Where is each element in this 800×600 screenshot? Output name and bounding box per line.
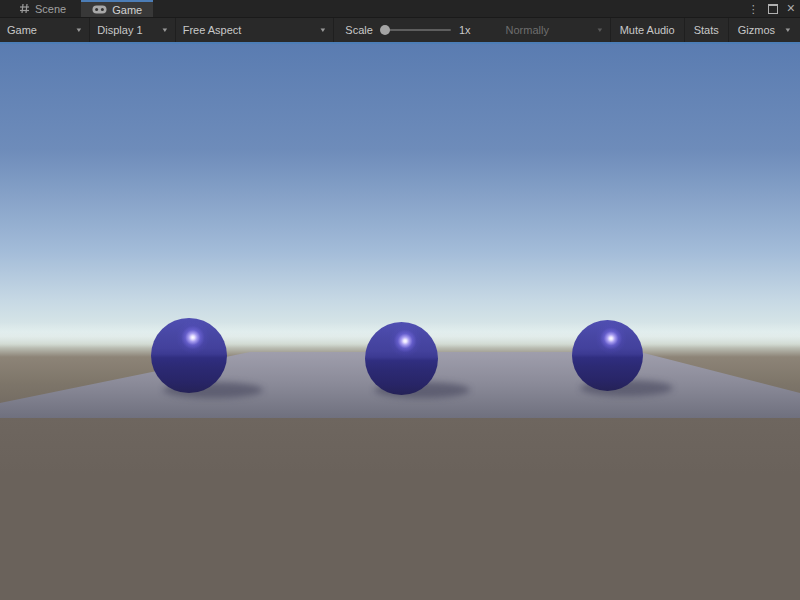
game-mode-dropdown-label: Game [7, 24, 37, 36]
game-viewport[interactable] [0, 44, 800, 600]
game-mode-dropdown[interactable]: Game ▼ [0, 18, 90, 42]
sphere-center [365, 322, 438, 395]
mute-audio-label: Mute Audio [620, 24, 675, 36]
scale-control: Scale 1x [345, 24, 470, 36]
chevron-down-icon: ▼ [161, 27, 169, 33]
toolbar-right-group: Mute Audio Stats Gizmos ▼ [610, 18, 800, 42]
play-behavior-dropdown-label: Normally [506, 24, 549, 36]
aspect-ratio-dropdown[interactable]: Free Aspect ▼ [176, 18, 335, 42]
tab-game-label: Game [112, 4, 142, 16]
game-view-toolbar: Game ▼ Display 1 ▼ Free Aspect ▼ Scale 1… [0, 18, 800, 42]
menu-icon[interactable]: ⋮ [748, 4, 759, 15]
tab-game[interactable]: Game [81, 0, 153, 17]
tab-scene-label: Scene [35, 3, 66, 15]
grid-icon [19, 3, 30, 14]
gamepad-icon [92, 5, 107, 14]
scale-value: 1x [459, 24, 471, 36]
gizmos-dropdown[interactable]: Gizmos ▼ [728, 18, 800, 42]
chevron-down-icon: ▼ [75, 27, 83, 33]
close-icon[interactable]: × [787, 1, 795, 15]
mute-audio-button[interactable]: Mute Audio [610, 18, 684, 42]
display-dropdown-label: Display 1 [97, 24, 142, 36]
stats-button[interactable]: Stats [684, 18, 728, 42]
play-behavior-dropdown[interactable]: Normally ▼ [499, 18, 610, 42]
scale-slider-knob[interactable] [380, 25, 390, 35]
window-controls: ⋮ × [748, 0, 795, 18]
chevron-down-icon: ▼ [784, 27, 792, 33]
aspect-ratio-dropdown-label: Free Aspect [183, 24, 242, 36]
tab-bar: Scene Game ⋮ × [0, 0, 800, 18]
scale-label: Scale [345, 24, 373, 36]
display-dropdown[interactable]: Display 1 ▼ [90, 18, 175, 42]
unity-game-view-window: Scene Game ⋮ × Game ▼ Display 1 ▼ [0, 0, 800, 600]
sphere-left [151, 318, 227, 393]
gizmos-label: Gizmos [738, 24, 775, 36]
scale-slider-track[interactable] [381, 29, 451, 31]
maximize-icon[interactable] [768, 0, 778, 18]
chevron-down-icon: ▼ [320, 27, 328, 33]
chevron-down-icon: ▼ [596, 27, 604, 33]
stats-label: Stats [694, 24, 719, 36]
sphere-right [572, 320, 643, 391]
tab-scene[interactable]: Scene [8, 0, 77, 17]
scale-slider[interactable] [381, 24, 451, 36]
